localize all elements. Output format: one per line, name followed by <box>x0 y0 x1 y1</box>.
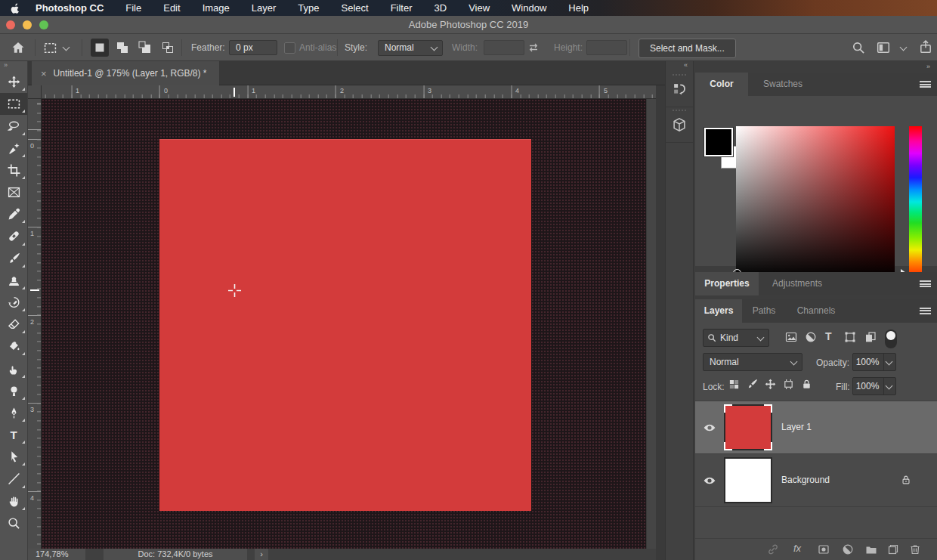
style-select[interactable]: Normal <box>378 40 443 56</box>
document-tab[interactable]: × Untitled-1 @ 175% (Layer 1, RGB/8) * <box>32 61 219 85</box>
layer-thumbnail[interactable] <box>724 404 772 450</box>
swap-dimensions-icon[interactable] <box>527 42 540 57</box>
filter-adjustment-layers-icon[interactable] <box>805 331 817 346</box>
properties-panel-menu-icon[interactable] <box>920 280 931 287</box>
blend-mode-select[interactable]: Normal <box>703 353 802 371</box>
intersect-selection-button[interactable] <box>159 39 177 57</box>
link-layers-icon[interactable] <box>767 543 779 558</box>
menu-window[interactable]: Window <box>512 2 546 14</box>
home-icon[interactable] <box>11 41 25 57</box>
tool-eyedropper[interactable] <box>0 203 27 225</box>
tool-spot-healing[interactable] <box>0 225 27 247</box>
foreground-color-swatch[interactable] <box>704 128 733 156</box>
tool-pen[interactable] <box>0 402 27 424</box>
tab-layers[interactable]: Layers <box>695 299 742 323</box>
color-panel-menu-icon[interactable] <box>920 81 931 88</box>
tool-clone-stamp[interactable] <box>0 270 27 292</box>
visibility-eye-icon[interactable] <box>703 421 716 438</box>
tool-move[interactable] <box>0 71 27 93</box>
filter-type-layers-icon[interactable]: T <box>825 330 832 342</box>
height-input[interactable] <box>586 40 627 55</box>
workspace-chevron-icon[interactable] <box>900 44 908 51</box>
layers-panel-menu-icon[interactable] <box>920 308 931 314</box>
tab-channels[interactable]: Channels <box>786 299 846 323</box>
tab-swatches[interactable]: Swatches <box>748 73 818 96</box>
close-tab-icon[interactable]: × <box>41 68 47 79</box>
tool-crop[interactable] <box>0 159 27 181</box>
menu-app-name[interactable]: Photoshop CC <box>36 2 104 14</box>
menu-3d[interactable]: 3D <box>434 2 447 14</box>
canvas-pasteboard[interactable] <box>42 99 646 549</box>
filter-smart-objects-icon[interactable] <box>864 331 877 346</box>
tab-color[interactable]: Color <box>695 73 748 96</box>
tool-history-brush[interactable] <box>0 292 27 314</box>
layer-name[interactable]: Layer 1 <box>781 422 812 432</box>
subtract-from-selection-button[interactable] <box>136 39 154 57</box>
lock-transparency-icon[interactable] <box>728 379 740 393</box>
strip-collapse-icon[interactable]: « <box>666 61 693 72</box>
add-to-selection-button[interactable] <box>113 39 131 57</box>
menu-edit[interactable]: Edit <box>163 2 180 14</box>
tool-dodge[interactable] <box>0 380 27 402</box>
fill-chevron[interactable] <box>883 378 895 394</box>
menu-image[interactable]: Image <box>203 2 230 14</box>
tool-path-selection[interactable] <box>0 446 27 468</box>
new-selection-button[interactable] <box>91 39 109 57</box>
visibility-eye-icon[interactable] <box>703 474 716 490</box>
menu-help[interactable]: Help <box>568 2 589 14</box>
new-adjustment-layer-icon[interactable] <box>842 543 854 558</box>
menu-layer[interactable]: Layer <box>252 2 277 14</box>
menu-filter[interactable]: Filter <box>391 2 413 14</box>
layer-style-fx-icon[interactable]: fx <box>793 543 801 555</box>
antialias-checkbox[interactable] <box>284 42 295 54</box>
layer-row-layer-1[interactable]: Layer 1 <box>695 401 937 453</box>
tool-zoom[interactable] <box>0 512 27 534</box>
filter-shape-layers-icon[interactable] <box>844 331 856 346</box>
feather-input[interactable]: 0 px <box>229 40 277 55</box>
tool-line[interactable] <box>0 468 27 490</box>
lock-position-icon[interactable] <box>765 379 776 393</box>
apple-menu-icon[interactable] <box>11 2 20 14</box>
menu-view[interactable]: View <box>468 2 490 14</box>
share-icon[interactable] <box>919 40 932 57</box>
layer-name[interactable]: Background <box>781 475 830 485</box>
tool-smudge[interactable] <box>0 357 27 379</box>
fill-value[interactable]: 100% <box>852 377 896 395</box>
hue-slider[interactable] <box>909 126 922 277</box>
menu-file[interactable]: File <box>125 2 141 14</box>
tool-paint-bucket[interactable] <box>0 336 27 357</box>
tab-properties[interactable]: Properties <box>695 272 759 295</box>
tool-frame[interactable] <box>0 181 27 203</box>
opacity-value[interactable]: 100% <box>852 353 896 371</box>
delete-layer-icon[interactable] <box>909 543 921 558</box>
tool-quick-selection[interactable] <box>0 138 27 159</box>
add-layer-mask-icon[interactable] <box>818 543 830 558</box>
3d-panel-button[interactable] <box>666 107 693 143</box>
zoom-level-field[interactable]: 174,78% <box>28 549 85 560</box>
layer-thumbnail[interactable] <box>724 457 772 503</box>
dock-expand-icon[interactable]: » <box>926 63 931 70</box>
new-layer-icon[interactable] <box>887 543 899 558</box>
lock-all-icon[interactable] <box>801 379 812 393</box>
tool-rectangular-marquee[interactable] <box>0 93 27 115</box>
saturation-brightness-field[interactable] <box>736 126 895 277</box>
status-options-chevron[interactable]: › <box>255 549 268 560</box>
search-icon[interactable] <box>852 41 865 57</box>
tool-brush[interactable] <box>0 248 27 270</box>
tool-lasso[interactable] <box>0 115 27 137</box>
layer-filter-toggle[interactable] <box>885 330 897 348</box>
new-group-icon[interactable] <box>865 543 877 558</box>
layer-filter-kind-select[interactable]: Kind <box>703 329 769 347</box>
tab-adjustments[interactable]: Adjustments <box>759 272 836 295</box>
opacity-chevron[interactable] <box>883 354 895 370</box>
tool-type[interactable]: T <box>0 424 27 446</box>
select-and-mask-button[interactable]: Select and Mask... <box>639 39 736 58</box>
tool-preset-chevron-icon[interactable] <box>63 44 70 51</box>
lock-artboard-icon[interactable] <box>783 379 794 393</box>
filter-pixel-layers-icon[interactable] <box>784 331 798 346</box>
history-panel-button[interactable] <box>666 72 693 107</box>
lock-image-icon[interactable] <box>747 379 758 393</box>
workspace-icon[interactable] <box>877 41 890 57</box>
tool-preset-marquee-icon[interactable] <box>44 42 57 57</box>
tool-hand[interactable] <box>0 490 27 512</box>
